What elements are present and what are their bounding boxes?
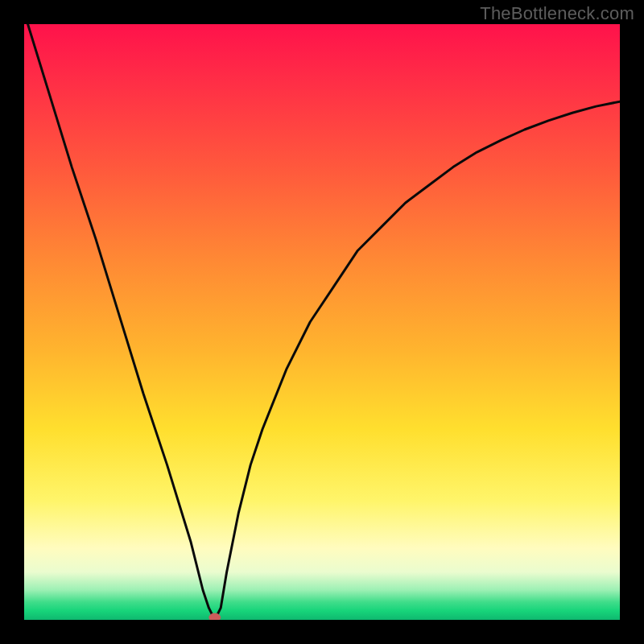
curve-svg xyxy=(24,24,620,620)
plot-area xyxy=(24,24,620,620)
bottleneck-curve xyxy=(24,24,620,620)
chart-frame: TheBottleneck.com xyxy=(0,0,644,644)
watermark-text: TheBottleneck.com xyxy=(480,3,634,24)
min-point-marker xyxy=(209,613,221,620)
